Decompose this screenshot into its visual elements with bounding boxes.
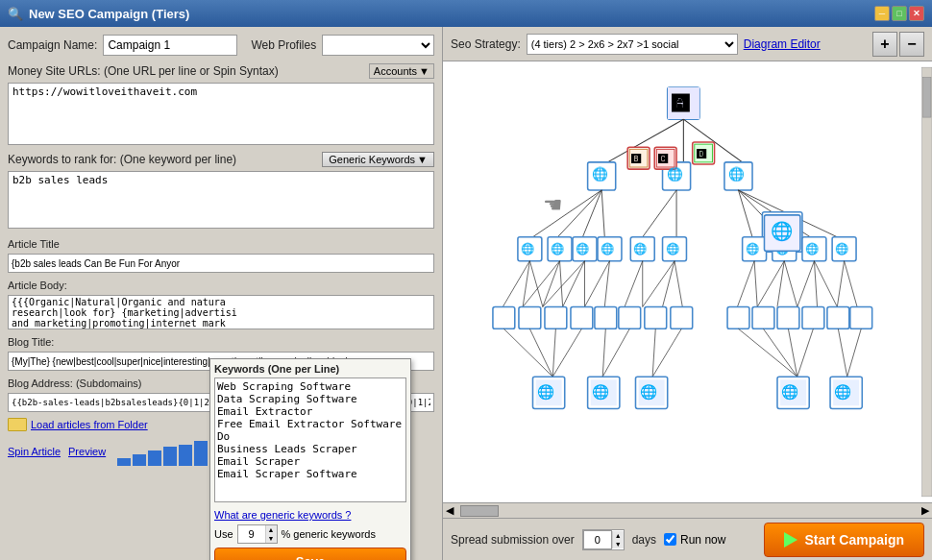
bottom-footer: Spread submission over ▲ ▼ days Run now … [443,518,932,560]
minimize-button[interactable]: ─ [874,6,890,21]
url-textarea[interactable]: https://wowitloveithaveit.com [8,83,434,145]
generic-keywords-button[interactable]: Generic Keywords ▼ [322,152,434,167]
popup-title: Keywords (One per Line) [214,363,406,375]
svg-text:🌐: 🌐 [666,242,680,256]
svg-text:🅱: 🅱 [631,154,642,164]
close-button[interactable]: ✕ [909,6,924,21]
keywords-area: b2b sales leads Keywords (One per Line) … [8,171,434,231]
seo-header: Seo Strategy: (4 tiers) 2 > 2x6 > 2x7 >1… [443,27,932,61]
svg-rect-64 [619,306,641,329]
svg-text:🌐: 🌐 [601,242,615,256]
svg-rect-125 [923,78,931,118]
svg-text:🌐: 🌐 [834,383,852,401]
start-campaign-button[interactable]: Start Campaign [764,523,924,557]
scroll-right-arrow[interactable]: ▶ [919,504,932,517]
url-textarea-wrapper: https://wowitloveithaveit.com [8,83,434,148]
accounts-button[interactable]: Accounts ▼ [369,63,434,79]
svg-text:☚: ☚ [543,192,563,217]
run-now-check[interactable] [664,533,676,546]
horizontal-scrollbar[interactable]: ◀ ▶ [443,502,932,518]
svg-text:🌐: 🌐 [805,242,820,256]
blog-title-label: Blog Title: [8,336,434,348]
diagram-area[interactable]: ☚ [443,61,932,502]
svg-rect-124 [922,67,932,497]
seo-strategy-label: Seo Strategy: [451,37,521,51]
title-bar: 🔍 New SEO Campaign (Tiers) ─ □ ✕ [0,0,932,27]
bar-1 [133,454,146,466]
svg-rect-65 [645,306,667,329]
run-now-label: Run now [680,533,725,547]
bar-2 [148,450,161,466]
keywords-textarea[interactable]: b2b sales leads [8,171,434,229]
svg-rect-66 [671,306,693,329]
article-body-label: Article Body: [8,280,434,291]
play-icon [784,532,797,548]
diagram-svg: ☚ [443,61,932,502]
keywords-label: Keywords to rank for: (One keyword per l… [8,153,236,166]
footer-left: Spread submission over ▲ ▼ days Run now [451,529,725,550]
svg-text:🌐: 🌐 [781,383,799,401]
article-title-label: Article Title [8,238,434,250]
campaign-name-input[interactable] [103,35,237,56]
svg-rect-69 [777,306,799,329]
spinner-down[interactable]: ▼ [266,534,277,543]
start-campaign-label: Start Campaign [805,532,904,548]
zoom-in-button[interactable]: + [872,32,897,57]
save-button[interactable]: Save [214,548,406,560]
left-panel: Campaign Name: Web Profiles Money Site U… [0,27,442,560]
diagram-editor-link[interactable]: Diagram Editor [744,37,821,51]
days-spinner-down[interactable]: ▼ [613,540,624,548]
svg-text:🌐: 🌐 [537,383,555,401]
bar-0 [117,458,131,466]
days-spinner-up[interactable]: ▲ [613,531,624,540]
spinner-up[interactable]: ▲ [266,525,277,534]
use-spinner-input[interactable] [238,528,265,540]
article-title-input[interactable] [8,254,434,273]
what-are-generic-keywords-link[interactable]: What are generic keywords ? [214,509,406,521]
popup-keywords-list[interactable]: Web Scraping Software Data Scraping Soft… [214,377,406,502]
right-panel: Seo Strategy: (4 tiers) 2 > 2x6 > 2x7 >1… [442,27,932,560]
load-articles-link[interactable]: Load articles from Folder [31,419,148,430]
svg-rect-68 [752,306,774,329]
svg-rect-59 [493,306,515,329]
zoom-out-button[interactable]: − [899,32,924,57]
svg-rect-70 [802,306,824,329]
web-profiles-select[interactable] [322,35,434,56]
bar-3 [163,447,177,466]
svg-text:🌐: 🌐 [576,242,590,256]
seo-header-left: Seo Strategy: (4 tiers) 2 > 2x6 > 2x7 >1… [451,34,821,55]
campaign-name-row: Campaign Name: Web Profiles [8,35,434,56]
keywords-header: Keywords to rank for: (One keyword per l… [8,152,434,167]
web-profiles-label: Web Profiles [251,38,316,52]
svg-text:🌐: 🌐 [640,383,658,401]
svg-text:🌐: 🌐 [728,167,745,183]
svg-text:🌐: 🌐 [521,242,535,256]
preview-link[interactable]: Preview [68,446,106,457]
svg-rect-67 [727,306,749,329]
svg-text:🌐: 🌐 [592,383,610,401]
spread-label: Spread submission over [451,533,575,547]
scroll-left-arrow[interactable]: ◀ [443,504,456,517]
svg-text:🅰: 🅰 [672,94,688,112]
run-now-checkbox[interactable]: Run now [664,533,725,547]
days-spinner[interactable]: ▲ ▼ [582,529,625,550]
days-input[interactable] [583,530,612,549]
seo-strategy-select[interactable]: (4 tiers) 2 > 2x6 > 2x7 >1 social [527,34,738,55]
svg-text:🌐: 🌐 [746,242,760,256]
zoom-buttons: + − [872,32,924,57]
popup-use-row: Use ▲ ▼ % generic keywords [214,524,406,544]
scroll-thumb[interactable] [460,505,499,517]
campaign-name-label: Campaign Name: [8,38,97,52]
maximize-button[interactable]: □ [892,6,907,21]
article-body-input[interactable]: {{{Organic|Natural|Organic and natura re… [8,295,434,329]
spin-article-link[interactable]: Spin Article [8,446,61,457]
use-spinner[interactable]: ▲ ▼ [237,524,278,544]
svg-rect-61 [545,306,567,329]
svg-rect-72 [850,306,872,329]
generic-keywords-popup: Keywords (One per Line) Web Scraping Sof… [209,358,411,560]
app-icon: 🔍 [8,7,23,21]
svg-text:🌐: 🌐 [835,242,849,256]
svg-rect-63 [595,306,617,329]
window-title: New SEO Campaign (Tiers) [29,7,189,21]
svg-rect-62 [571,306,593,329]
